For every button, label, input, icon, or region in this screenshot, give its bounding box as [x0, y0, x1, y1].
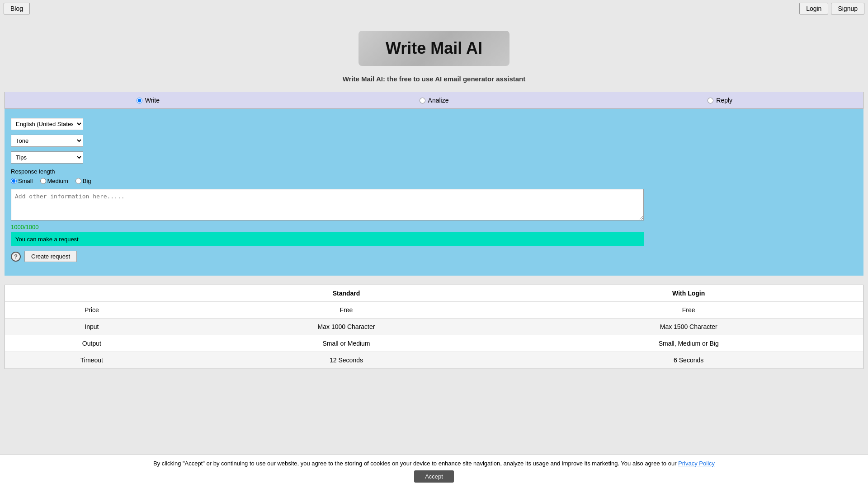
response-medium[interactable]: Medium: [40, 178, 68, 184]
pricing-row: PriceFreeFree: [5, 302, 863, 319]
create-request-row: ? Create request: [11, 251, 857, 262]
pricing-col-standard: Standard: [179, 285, 514, 302]
response-big-radio[interactable]: [75, 178, 81, 184]
tab-reply-radio[interactable]: [708, 98, 713, 103]
tab-write-label: Write: [145, 97, 160, 104]
pricing-feature-input: Input: [5, 319, 179, 335]
signup-button[interactable]: Signup: [831, 3, 864, 14]
response-small-label: Small: [18, 178, 33, 184]
pricing-col-feature: [5, 285, 179, 302]
pricing-col-with-login: With Login: [514, 285, 863, 302]
tone-select[interactable]: Tone Formal Informal Friendly Profession…: [11, 135, 83, 147]
additional-info-textarea[interactable]: [11, 189, 644, 221]
tab-write[interactable]: Write: [5, 92, 291, 108]
hero-section: Write Mail AI Write Mail AI: the free to…: [0, 17, 868, 92]
pricing-standard-1: Max 1000 Character: [179, 319, 514, 335]
pricing-table: Standard With Login PriceFreeFreeInputMa…: [5, 285, 863, 369]
language-select[interactable]: English (United States) Spanish French G…: [11, 118, 83, 130]
tab-analize-radio[interactable]: [420, 98, 425, 103]
pricing-row: Timeout12 Seconds6 Seconds: [5, 352, 863, 369]
response-length-options: Small Medium Big: [11, 178, 857, 184]
header: Blog Login Signup: [0, 0, 868, 17]
char-count: 1000/1000: [11, 224, 857, 230]
pricing-standard-3: 12 Seconds: [179, 352, 514, 369]
page-title: Write Mail AI: [386, 39, 482, 58]
request-banner: You can make a request: [11, 232, 644, 246]
response-length-label: Response length: [11, 168, 857, 175]
header-right: Login Signup: [799, 3, 864, 14]
pricing-with-login-2: Small, Medium or Big: [514, 335, 863, 352]
form-area: English (United States) Spanish French G…: [5, 109, 863, 276]
pricing-with-login-3: 6 Seconds: [514, 352, 863, 369]
blog-button[interactable]: Blog: [4, 3, 30, 14]
tab-analize-label: Analize: [428, 97, 449, 104]
pricing-row: OutputSmall or MediumSmall, Medium or Bi…: [5, 335, 863, 352]
pricing-section: Standard With Login PriceFreeFreeInputMa…: [5, 285, 863, 369]
help-icon[interactable]: ?: [11, 252, 21, 262]
pricing-header-row: Standard With Login: [5, 285, 863, 302]
response-small[interactable]: Small: [11, 178, 33, 184]
pricing-standard-0: Free: [179, 302, 514, 319]
pricing-feature-output: Output: [5, 335, 179, 352]
response-medium-radio[interactable]: [40, 178, 46, 184]
tab-reply-label: Reply: [716, 97, 732, 104]
pricing-with-login-0: Free: [514, 302, 863, 319]
tab-reply[interactable]: Reply: [577, 92, 863, 108]
pricing-standard-2: Small or Medium: [179, 335, 514, 352]
response-big-label: Big: [83, 178, 91, 184]
login-button[interactable]: Login: [799, 3, 828, 14]
create-request-button[interactable]: Create request: [24, 251, 77, 262]
response-small-radio[interactable]: [11, 178, 17, 184]
mode-tabs: Write Analize Reply: [5, 92, 863, 109]
pricing-feature-timeout: Timeout: [5, 352, 179, 369]
hero-title-box: Write Mail AI: [359, 31, 509, 66]
pricing-feature-price: Price: [5, 302, 179, 319]
response-medium-label: Medium: [47, 178, 68, 184]
pricing-with-login-1: Max 1500 Character: [514, 319, 863, 335]
response-big[interactable]: Big: [75, 178, 91, 184]
pricing-row: InputMax 1000 CharacterMax 1500 Characte…: [5, 319, 863, 335]
tab-analize[interactable]: Analize: [291, 92, 577, 108]
tips-select[interactable]: Tips Tip 1 Tip 2 Tip 3: [11, 151, 83, 164]
hero-subtitle: Write Mail AI: the free to use AI email …: [9, 75, 859, 83]
tab-write-radio[interactable]: [137, 98, 142, 103]
